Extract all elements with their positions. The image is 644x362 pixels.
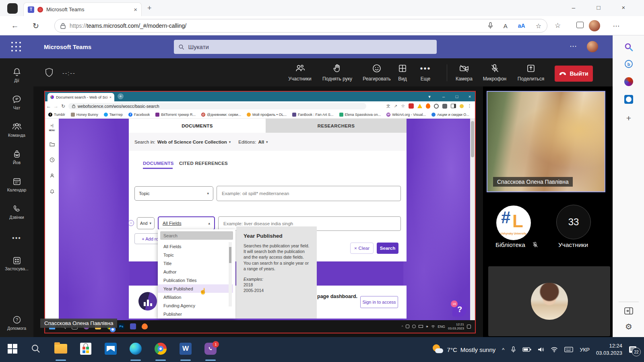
chrome-more-icon[interactable]: ⋮ xyxy=(467,103,472,109)
bookmark[interactable]: Honey Bunny xyxy=(71,113,98,117)
meeting-btn-raise-hand[interactable]: Поднять руку xyxy=(317,62,357,82)
tray-keyboard-icon[interactable] xyxy=(564,347,573,352)
dropdown-option[interactable]: Author xyxy=(158,267,233,276)
sidebar-item-calendar[interactable]: Календар xyxy=(0,177,33,192)
search-button[interactable]: Search xyxy=(377,243,398,254)
meeting-btn-view[interactable]: Вид xyxy=(392,62,413,82)
sidebar-item-teams[interactable]: Команда xyxy=(0,122,33,138)
meeting-btn-participants[interactable]: Участники xyxy=(283,62,317,82)
window-close-button[interactable]: × xyxy=(615,2,632,14)
chrome-maximize[interactable]: □ xyxy=(451,92,463,101)
field-select-all-fields[interactable]: All Fields ▴ xyxy=(158,216,215,230)
teams-search-input[interactable] xyxy=(188,43,432,50)
sidebar-item-viva[interactable]: Йов xyxy=(0,149,33,165)
chevron-down-icon[interactable]: ▾ xyxy=(266,140,268,144)
file-explorer-icon[interactable] xyxy=(54,342,68,356)
translate-icon[interactable]: aA xyxy=(518,23,525,29)
sidebar-item-apps[interactable]: Застосува... xyxy=(0,256,33,271)
tab-close-icon[interactable]: × xyxy=(134,6,137,13)
bookmark[interactable]: @@дневники: серви... xyxy=(201,113,241,117)
sidepanel-icon[interactable] xyxy=(451,104,456,108)
dropdown-option[interactable]: Title xyxy=(158,259,233,267)
drive-icon[interactable] xyxy=(417,104,422,108)
shared-chrome-tab[interactable]: Document search - Web of Scien × xyxy=(47,93,114,101)
dropdown-option-selected[interactable]: Year Published xyxy=(158,284,233,293)
tray-chevron-icon[interactable]: ^ xyxy=(402,325,403,328)
sidebar-item-activity[interactable]: Дії xyxy=(0,67,33,83)
meeting-btn-share[interactable]: Поделиться xyxy=(511,62,551,82)
history-icon[interactable] xyxy=(45,157,59,162)
refresh-icon[interactable]: ↻ xyxy=(30,21,42,31)
read-aloud-icon[interactable]: A xyxy=(504,23,508,29)
taskbar-search-icon[interactable] xyxy=(29,342,43,356)
menu-expand-icon[interactable]: »| xyxy=(45,123,59,128)
alerts-bell-icon[interactable] xyxy=(45,189,59,194)
flame-icon[interactable] xyxy=(426,103,430,109)
boolean-operator-select[interactable]: And ▾ xyxy=(137,217,155,229)
remove-row-icon[interactable]: − xyxy=(128,220,134,226)
bookmark[interactable]: fFacebook xyxy=(128,113,150,117)
dropdown-option[interactable]: Topic xyxy=(158,251,233,259)
wos-tab-researchers[interactable]: RESEARCHERS xyxy=(266,119,407,133)
tray-volume-icon[interactable]: 🕪 xyxy=(426,325,428,329)
notification-center[interactable]: 22 xyxy=(629,346,637,353)
dropdown-search-input[interactable] xyxy=(160,231,233,240)
sidebar-add-icon[interactable]: + xyxy=(613,113,644,123)
bookmark-star-icon[interactable]: ☆ xyxy=(401,103,405,109)
app-launcher-icon[interactable] xyxy=(11,42,22,52)
tray-volume-icon[interactable] xyxy=(538,347,544,352)
bookmark[interactable]: BitTorrent трекер R... xyxy=(155,113,196,117)
tray-network-icon[interactable] xyxy=(431,325,435,328)
new-tab-button[interactable]: + xyxy=(147,4,152,12)
settings-gear-icon[interactable]: ⚙ xyxy=(613,322,644,331)
sidebar-item-chat[interactable]: Чат xyxy=(0,95,33,110)
window-minimize-button[interactable]: – xyxy=(566,2,582,14)
shared-clock[interactable]: 12:2103.03.2023 xyxy=(448,323,464,331)
chevron-down-icon[interactable]: ▾ xyxy=(229,140,231,144)
wos-subtab-documents[interactable]: DOCUMENTS xyxy=(143,161,174,166)
collections-icon[interactable] xyxy=(576,22,584,28)
chrome-menu-chevron[interactable]: ▾ xyxy=(423,92,436,101)
editions-value[interactable]: All xyxy=(258,140,264,144)
browser-more-icon[interactable]: … xyxy=(613,20,620,29)
translate-icon[interactable]: 文 xyxy=(386,103,390,109)
teams-icon[interactable] xyxy=(130,323,136,329)
tray-icon[interactable] xyxy=(412,325,416,328)
shared-lang[interactable]: ENG xyxy=(438,325,445,329)
chrome-minimize[interactable]: – xyxy=(438,92,450,101)
page-scrollbar-thumb[interactable] xyxy=(471,121,474,157)
favorites-icon[interactable]: ☆ xyxy=(555,21,561,30)
sidebar-toggle-icon[interactable] xyxy=(613,307,644,315)
sidebar-item-help[interactable]: ? Допомога xyxy=(0,315,33,331)
window-maximize-button[interactable]: □ xyxy=(590,2,607,14)
tab-close-icon[interactable]: × xyxy=(109,95,111,99)
wos-subtab-cited[interactable]: CITED REFERENCES xyxy=(179,161,228,166)
dropdown-option[interactable]: All Fields xyxy=(158,242,233,251)
sign-in-to-access-button[interactable]: Sign in to access xyxy=(360,296,398,308)
language-indicator[interactable]: УКР xyxy=(580,347,590,353)
notification-icon[interactable] xyxy=(467,325,471,329)
tab-actions-icon[interactable] xyxy=(7,3,18,14)
participants-count-circle[interactable]: 33 xyxy=(556,205,591,239)
start-button[interactable] xyxy=(6,342,19,356)
extension-circle-icon[interactable] xyxy=(434,104,439,109)
sidebar-item-calls[interactable]: Дзвінки xyxy=(0,204,33,220)
tray-battery-icon[interactable] xyxy=(419,325,423,328)
remote-video-tile[interactable]: Спасскова Олена Павлівна xyxy=(487,91,605,192)
sidebar-item-more[interactable]: ••• xyxy=(0,234,33,242)
meeting-btn-mic[interactable]: Микрофон xyxy=(478,62,511,82)
teams-profile-avatar[interactable] xyxy=(587,41,598,52)
mail-icon[interactable] xyxy=(104,342,118,356)
field-select-topic[interactable]: Topic ▾ xyxy=(134,186,213,201)
chrome-icon[interactable] xyxy=(154,342,167,356)
adblock-icon[interactable] xyxy=(409,103,414,109)
dropdown-scrollbar-thumb[interactable] xyxy=(229,247,231,263)
bookmarks-overflow-icon[interactable]: » xyxy=(475,112,476,117)
taskbar-clock[interactable]: 12:2403.03.2023 xyxy=(596,342,622,356)
profile-icon[interactable] xyxy=(45,173,59,178)
refresh-icon[interactable]: ↻ xyxy=(60,103,67,109)
voice-search-icon[interactable] xyxy=(488,22,493,29)
bookmark[interactable]: Elena Spasskova on... xyxy=(339,113,381,117)
chrome-close[interactable]: × xyxy=(464,92,476,101)
share-icon[interactable]: ↗ xyxy=(394,104,397,108)
